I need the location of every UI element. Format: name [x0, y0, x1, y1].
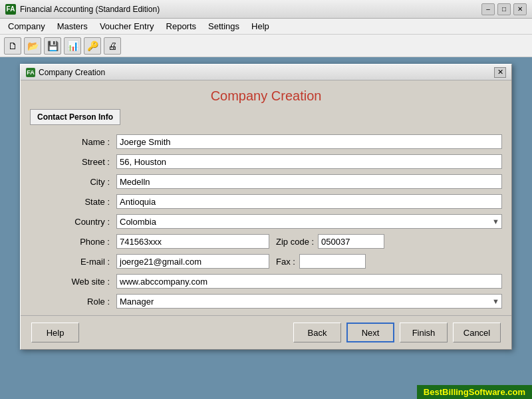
app-close-button[interactable]: ✕ [513, 3, 527, 15]
menu-settings[interactable]: Settings [203, 20, 245, 33]
toolbar-new[interactable]: 🗋 [4, 37, 21, 55]
contact-form: Name : Street : City : State : Country :… [30, 134, 502, 309]
website-label: Web site : [30, 277, 116, 287]
dialog-icon: FA [26, 68, 35, 77]
menu-masters[interactable]: Masters [52, 20, 93, 33]
main-area: FA Company Creation ✕ Company Creation C… [0, 57, 532, 399]
menu-bar: Company Masters Voucher Entry Reports Se… [0, 19, 532, 35]
help-button[interactable]: Help [31, 323, 79, 342]
country-wrapper: Colombia United States Mexico Brazil ▼ [116, 214, 502, 229]
email-label: E-mail : [30, 257, 116, 267]
country-select[interactable]: Colombia United States Mexico Brazil [116, 214, 502, 229]
toolbar-save[interactable]: 💾 [44, 37, 61, 55]
dialog-close-button[interactable]: ✕ [494, 67, 506, 78]
city-label: City : [30, 177, 116, 187]
name-input[interactable] [116, 134, 502, 149]
role-select[interactable]: Manager Director Owner Administrator [116, 294, 502, 309]
state-label: State : [30, 197, 116, 207]
fax-input[interactable] [299, 254, 366, 269]
fax-label: Fax : [276, 257, 295, 267]
maximize-button[interactable]: □ [497, 3, 511, 15]
dialog-title: Company Creation [39, 68, 105, 77]
company-creation-dialog: FA Company Creation ✕ Company Creation C… [20, 64, 512, 350]
dialog-body: Contact Person Info Name : Street : City… [21, 109, 511, 315]
dialog-titlebar: FA Company Creation ✕ [21, 65, 511, 80]
email-input[interactable] [116, 254, 269, 269]
menu-help[interactable]: Help [246, 20, 275, 33]
toolbar-open[interactable]: 📂 [24, 37, 41, 55]
brand-bar: BestBillingSoftware.com [417, 385, 532, 399]
street-input[interactable] [116, 154, 502, 169]
toolbar-key[interactable]: 🔑 [84, 37, 101, 55]
app-icon: FA [5, 4, 16, 15]
title-bar: FA Financial Accounting (Standard Editio… [0, 0, 532, 19]
role-wrapper: Manager Director Owner Administrator ▼ [116, 294, 502, 309]
finish-button[interactable]: Finish [400, 323, 448, 342]
phone-zip-row: Zip code : [116, 234, 502, 249]
toolbar-print[interactable]: 🖨 [104, 37, 121, 55]
cancel-button[interactable]: Cancel [453, 323, 501, 342]
app-title: Financial Accounting (Standard Edition) [20, 5, 160, 14]
phone-input[interactable] [116, 234, 269, 249]
toolbar-report[interactable]: 📊 [64, 37, 81, 55]
section-header: Contact Person Info [30, 109, 120, 125]
dialog-heading: Company Creation [21, 80, 511, 109]
footer-nav-buttons: Back Next Finish Cancel [293, 323, 501, 342]
state-input[interactable] [116, 194, 502, 209]
menu-reports[interactable]: Reports [161, 20, 202, 33]
menu-voucher-entry[interactable]: Voucher Entry [94, 20, 160, 33]
website-input[interactable] [116, 274, 502, 289]
country-label: Country : [30, 217, 116, 227]
street-label: Street : [30, 157, 116, 167]
dialog-footer: Help Back Next Finish Cancel [21, 315, 511, 349]
minimize-button[interactable]: – [481, 3, 495, 15]
city-input[interactable] [116, 174, 502, 189]
zipcode-label: Zip code : [276, 237, 314, 247]
back-button[interactable]: Back [293, 323, 341, 342]
toolbar: 🗋 📂 💾 📊 🔑 🖨 [0, 35, 532, 57]
name-label: Name : [30, 137, 116, 147]
email-fax-row: Fax : [116, 254, 502, 269]
next-button[interactable]: Next [346, 323, 394, 342]
phone-label: Phone : [30, 237, 116, 247]
menu-company[interactable]: Company [3, 20, 51, 33]
role-label: Role : [30, 297, 116, 307]
zipcode-input[interactable] [318, 234, 384, 249]
